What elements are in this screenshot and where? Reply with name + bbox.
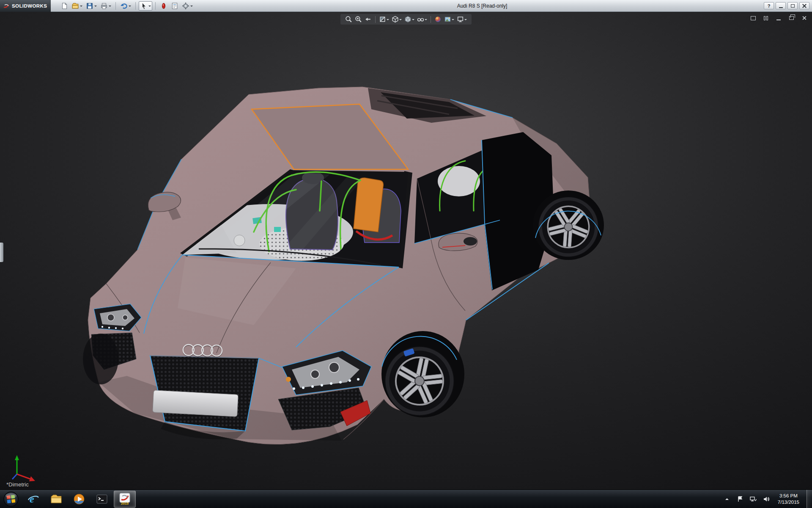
open-dropdown-arrow[interactable] [80, 6, 82, 8]
solidworks-logo-icon [3, 3, 10, 9]
notification-tray-icon[interactable] [736, 493, 744, 505]
view-settings-icon [457, 16, 464, 23]
previous-view-button[interactable] [364, 15, 373, 23]
view-orientation-label: *Dimetric [6, 481, 29, 488]
taskbar-item-solidworks-2015[interactable]: 2015 [114, 491, 136, 508]
svg-text:e: e [30, 494, 34, 505]
save-floppy-icon [86, 2, 93, 10]
toolbar-separator [155, 2, 156, 10]
taskbar-clock[interactable]: 3:56 PM 7/13/2015 [775, 493, 802, 505]
split-view-button[interactable] [762, 15, 770, 21]
view-orientation-button[interactable] [391, 15, 403, 23]
select-dropdown-arrow[interactable] [148, 6, 151, 8]
zoom-to-fit-button[interactable] [344, 15, 353, 23]
menu-expand-arrow[interactable] [52, 4, 55, 8]
select-button[interactable] [139, 1, 152, 11]
help-button[interactable]: ? [764, 2, 774, 9]
view-settings-dropdown-arrow[interactable] [464, 19, 467, 22]
volume-tray-icon[interactable] [762, 493, 771, 505]
file-properties-button[interactable] [170, 1, 180, 11]
minimize-icon [779, 7, 783, 8]
flag-icon [737, 496, 743, 502]
side-mirror-right[interactable] [439, 233, 477, 251]
select-cursor-icon [140, 2, 148, 10]
network-tray-icon[interactable] [749, 493, 757, 505]
options-dropdown-arrow[interactable] [190, 6, 193, 8]
close-icon [802, 4, 807, 8]
minimize-button[interactable] [776, 2, 786, 9]
undo-button[interactable] [119, 1, 132, 11]
glasses-icon [417, 16, 424, 23]
show-desktop-button[interactable] [807, 490, 812, 508]
open-folder-icon [71, 2, 79, 10]
help-glyph: ? [768, 3, 771, 8]
internet-explorer-icon: e [27, 493, 40, 505]
display-style-button[interactable] [403, 15, 415, 23]
apply-scene-dropdown-arrow[interactable] [452, 19, 454, 22]
print-dropdown-arrow[interactable] [109, 6, 111, 8]
doc-restore-button[interactable] [787, 15, 795, 21]
fullscreen-button[interactable] [749, 15, 757, 21]
save-dropdown-arrow[interactable] [94, 6, 97, 8]
taskbar-item-command-prompt[interactable] [91, 491, 113, 508]
doc-close-icon [802, 16, 807, 20]
toolbar-separator [115, 2, 116, 10]
section-view-dropdown-arrow[interactable] [387, 19, 389, 22]
doc-minimize-icon [776, 19, 781, 20]
start-button[interactable] [0, 490, 22, 508]
view-settings-button[interactable] [456, 15, 468, 23]
windows-start-icon [3, 491, 19, 507]
front-grille[interactable] [150, 356, 259, 431]
options-gear-icon [182, 2, 189, 10]
model-viewport[interactable] [0, 12, 812, 489]
document-window-controls [749, 15, 808, 21]
doc-minimize-button[interactable] [775, 15, 782, 21]
print-icon [100, 2, 108, 10]
view-orientation-dropdown-arrow[interactable] [399, 19, 402, 22]
taskbar-item-internet-explorer[interactable]: e [22, 491, 44, 508]
hud-separator [431, 16, 431, 23]
display-style-dropdown-arrow[interactable] [412, 19, 414, 22]
folder-icon [50, 493, 63, 505]
media-player-icon [73, 493, 85, 505]
maximize-icon [791, 4, 795, 8]
edit-appearance-button[interactable] [433, 15, 442, 23]
doc-close-button[interactable] [800, 15, 808, 21]
fullscreen-icon [751, 16, 756, 20]
new-document-icon [60, 2, 68, 10]
main-toolbar [55, 1, 194, 11]
new-document-button[interactable] [59, 1, 69, 11]
solidworks-app-icon [119, 493, 131, 503]
save-button[interactable] [85, 1, 98, 11]
window-controls: ? [764, 2, 812, 9]
clock-time: 3:56 PM [778, 493, 799, 499]
doc-restore-icon [789, 16, 794, 20]
hide-show-items-button[interactable] [416, 15, 428, 23]
undo-dropdown-arrow[interactable] [129, 6, 131, 8]
options-button[interactable] [181, 1, 194, 11]
hide-show-dropdown-arrow[interactable] [425, 19, 427, 22]
close-button[interactable] [799, 2, 809, 9]
split-view-icon [764, 16, 768, 20]
solidworks-window: SOLIDWORKS [0, 0, 812, 508]
section-view-icon [379, 16, 386, 23]
taskbar-item-media-player[interactable] [68, 491, 90, 508]
undo-arrow-icon [120, 2, 128, 10]
rebuild-button[interactable] [159, 1, 169, 11]
toolbar-separator [135, 2, 136, 10]
zoom-to-area-button[interactable] [354, 15, 363, 23]
section-view-button[interactable] [378, 15, 390, 23]
scene-icon [444, 16, 451, 23]
appearance-sphere-icon [434, 16, 442, 23]
zoom-to-area-icon [355, 16, 362, 23]
open-button[interactable] [70, 1, 84, 11]
solidworks-logo[interactable]: SOLIDWORKS [0, 0, 51, 12]
print-button[interactable] [99, 1, 112, 11]
apply-scene-button[interactable] [443, 15, 455, 23]
taskbar-item-windows-explorer[interactable] [45, 491, 67, 508]
collapsed-panel-handle[interactable] [0, 243, 3, 262]
graphics-area[interactable]: *Dimetric [0, 12, 812, 489]
heads-up-view-toolbar [340, 14, 472, 25]
show-hidden-icons-button[interactable] [723, 493, 731, 505]
maximize-button[interactable] [787, 2, 798, 9]
